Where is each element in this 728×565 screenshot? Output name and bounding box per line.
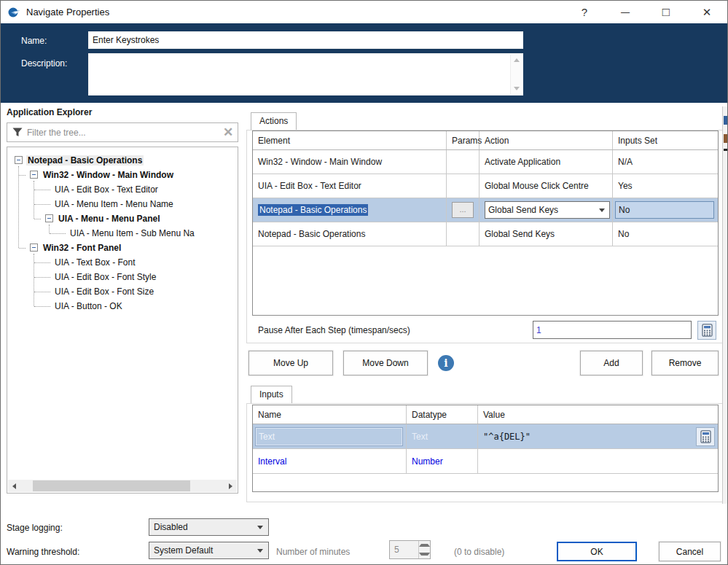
tree-item[interactable]: Notepad - Basic Operations (7, 153, 238, 168)
application-explorer-tree: Notepad - Basic Operations Win32 - Windo… (7, 147, 238, 494)
actions-row[interactable]: Win32 - Window - Main Window Activate Ap… (253, 150, 718, 174)
tree-item[interactable]: UIA - Edit Box - Font Size (7, 284, 238, 299)
tree-item[interactable]: UIA - Menu - Menu Panel (7, 211, 238, 226)
inputs-row[interactable]: Interval Number (253, 449, 718, 474)
calculator-icon[interactable] (696, 427, 715, 446)
scrollbar-mark (724, 134, 728, 143)
ok-button[interactable]: OK (557, 542, 637, 561)
inputs-grid: Name Datatype Value Text Text "^a{DEL}" (252, 405, 719, 492)
collapse-minus-icon[interactable] (15, 156, 23, 164)
actions-row-selected[interactable]: Notepad - Basic Operations ... Global Se… (253, 198, 718, 222)
move-down-button[interactable]: Move Down (343, 351, 428, 375)
actions-grid: Element Params Action Inputs Set Win32 -… (252, 130, 719, 316)
scroll-up-icon (514, 58, 520, 62)
stage-logging-label: Stage logging: (7, 523, 63, 533)
action-combobox[interactable]: Global Send Keys (485, 201, 610, 219)
actions-panel: Element Params Action Inputs Set Win32 -… (246, 130, 723, 343)
disable-hint-label: (0 to disable) (454, 547, 504, 557)
pause-after-step-label: Pause After Each Step (timespan/secs) (258, 325, 410, 335)
info-icon[interactable]: i (438, 355, 454, 371)
dialog-header: Name: Description: (1, 23, 727, 103)
inputs-set-cell[interactable]: No (615, 201, 714, 219)
column-header[interactable]: Inputs Set (613, 131, 718, 149)
actions-row[interactable]: UIA - Edit Box - Text Editor Global Mous… (253, 174, 718, 198)
column-header[interactable]: Params (447, 131, 480, 149)
maximize-icon[interactable]: □ (646, 1, 686, 23)
filter-funnel-icon (12, 128, 23, 137)
title-bar: Navigate Properties ? — □ ✕ (1, 1, 727, 23)
description-scrollbar[interactable] (510, 55, 522, 94)
clear-filter-icon[interactable]: ✕ (219, 125, 238, 140)
chevron-down-icon (257, 549, 263, 553)
collapse-minus-icon[interactable] (30, 243, 38, 252)
tree-horizontal-scrollbar[interactable] (8, 480, 237, 492)
column-header[interactable]: Value (478, 405, 718, 424)
application-explorer-title: Application Explorer (7, 107, 92, 117)
spinner-up-icon[interactable] (419, 541, 430, 550)
column-header[interactable]: Name (253, 405, 407, 424)
name-label: Name: (21, 36, 47, 46)
input-name-cell[interactable]: Text (255, 427, 403, 446)
scrollbar-mark (724, 116, 728, 125)
scroll-down-icon (514, 87, 520, 90)
pause-after-step-row: Pause After Each Step (timespan/secs) (247, 319, 722, 343)
window-title: Navigate Properties (26, 7, 109, 17)
remove-button[interactable]: Remove (651, 351, 719, 375)
scroll-left-icon[interactable] (8, 480, 20, 492)
chevron-down-icon (257, 526, 263, 529)
scroll-right-icon[interactable] (224, 480, 237, 492)
chevron-down-icon (599, 209, 605, 212)
tree-item[interactable]: UIA - Menu Item - Sub Menu Na (7, 226, 238, 241)
cancel-button[interactable]: Cancel (659, 542, 721, 561)
tree-filter-input[interactable] (27, 128, 219, 138)
collapse-minus-icon[interactable] (45, 214, 53, 222)
element-cell-editing[interactable]: Notepad - Basic Operations (258, 204, 368, 216)
tree-item[interactable]: UIA - Text Box - Font (7, 255, 238, 270)
scrollbar-thumb[interactable] (33, 480, 190, 491)
tree-filter-box: ✕ (7, 122, 238, 142)
collapse-minus-icon[interactable] (30, 171, 38, 179)
inputs-row-selected[interactable]: Text Text "^a{DEL}" (253, 424, 718, 449)
tab-inputs[interactable]: Inputs (251, 386, 292, 403)
column-header[interactable]: Datatype (407, 405, 478, 424)
move-up-button[interactable]: Move Up (248, 351, 333, 375)
tree-item[interactable]: Win32 - Font Panel (7, 241, 238, 255)
warning-threshold-label: Warning threshold: (7, 547, 79, 557)
column-header[interactable]: Element (253, 131, 447, 149)
minutes-value: 5 (390, 541, 418, 558)
description-textarea[interactable] (88, 53, 523, 96)
column-header[interactable]: Action (480, 131, 613, 149)
navigate-properties-dialog: Navigate Properties ? — □ ✕ Name: Descri… (0, 0, 728, 565)
add-button[interactable]: Add (580, 351, 643, 375)
minutes-spinner[interactable]: 5 (389, 540, 431, 559)
minimize-icon[interactable]: — (605, 1, 646, 23)
params-ellipsis-button[interactable]: ... (452, 202, 474, 218)
stage-logging-dropdown[interactable]: Disabled (149, 518, 269, 536)
help-icon[interactable]: ? (564, 1, 605, 23)
blueprism-logo-icon (8, 6, 20, 18)
name-input[interactable] (88, 31, 523, 49)
dialog-vertical-scrollbar[interactable] (722, 106, 728, 504)
tree-item[interactable]: UIA - Edit Box - Text Editor (7, 182, 238, 197)
close-icon[interactable]: ✕ (686, 1, 727, 23)
number-of-minutes-label: Number of minutes (276, 547, 350, 557)
tab-actions[interactable]: Actions (251, 112, 297, 130)
calculator-icon[interactable] (697, 321, 716, 340)
input-value-cell[interactable]: "^a{DEL}" (483, 432, 531, 442)
tree-item[interactable]: UIA - Menu Item - Menu Name (7, 197, 238, 211)
actions-row[interactable]: Notepad - Basic Operations Global Send K… (253, 222, 718, 246)
spinner-down-icon[interactable] (419, 550, 430, 558)
description-label: Description: (21, 58, 67, 69)
actions-grid-header: Element Params Action Inputs Set (253, 131, 718, 150)
tree-item[interactable]: UIA - Button - OK (7, 299, 238, 313)
inputs-panel: Name Datatype Value Text Text "^a{DEL}" (246, 403, 723, 502)
inputs-grid-header: Name Datatype Value (253, 405, 718, 424)
warning-threshold-dropdown[interactable]: System Default (149, 542, 269, 559)
pause-after-step-input[interactable] (533, 321, 692, 339)
scrollbar-mark (724, 149, 728, 151)
tree-item[interactable]: UIA - Edit Box - Font Style (7, 270, 238, 284)
tree-item[interactable]: Win32 - Window - Main Window (7, 168, 238, 182)
